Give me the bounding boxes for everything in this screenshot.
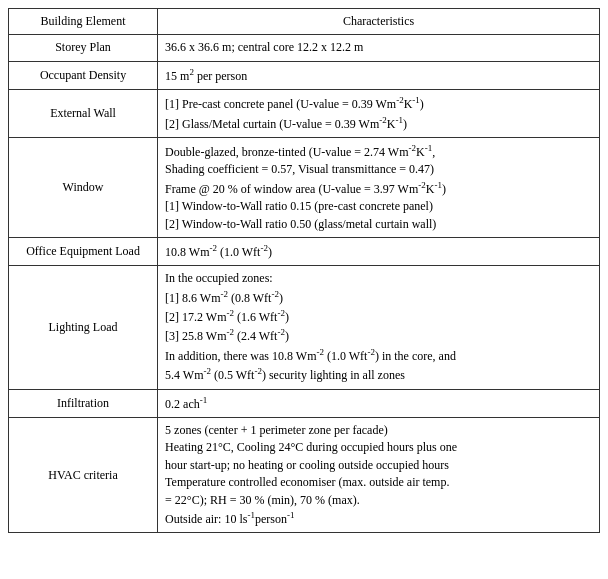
row-value-0: 36.6 x 36.6 m; central core 12.2 x 12.2 … <box>158 35 600 61</box>
row-value-2: [1] Pre-cast concrete panel (U-value = 0… <box>158 90 600 138</box>
table-row: WindowDouble-glazed, bronze-tinted (U-va… <box>9 137 600 237</box>
row-value-1: 15 m2 per person <box>158 61 600 89</box>
row-label-0: Storey Plan <box>9 35 158 61</box>
row-value-5: In the occupied zones:[1] 8.6 Wm-2 (0.8 … <box>158 266 600 389</box>
row-label-2: External Wall <box>9 90 158 138</box>
characteristics-table: Building Element Characteristics Storey … <box>8 8 600 533</box>
table-row: Office Equipment Load10.8 Wm-2 (1.0 Wft-… <box>9 237 600 265</box>
row-label-4: Office Equipment Load <box>9 237 158 265</box>
row-label-3: Window <box>9 137 158 237</box>
row-label-5: Lighting Load <box>9 266 158 389</box>
table-row: External Wall[1] Pre-cast concrete panel… <box>9 90 600 138</box>
table-row: Storey Plan36.6 x 36.6 m; central core 1… <box>9 35 600 61</box>
col-header-characteristics: Characteristics <box>158 9 600 35</box>
row-value-4: 10.8 Wm-2 (1.0 Wft-2) <box>158 237 600 265</box>
row-value-6: 0.2 ach-1 <box>158 389 600 417</box>
row-label-7: HVAC criteria <box>9 418 158 533</box>
table-row: HVAC criteria5 zones (center + 1 perimet… <box>9 418 600 533</box>
table-row: Infiltration0.2 ach-1 <box>9 389 600 417</box>
row-value-7: 5 zones (center + 1 perimeter zone per f… <box>158 418 600 533</box>
row-label-6: Infiltration <box>9 389 158 417</box>
row-label-1: Occupant Density <box>9 61 158 89</box>
table-row: Lighting LoadIn the occupied zones:[1] 8… <box>9 266 600 389</box>
table-row: Occupant Density15 m2 per person <box>9 61 600 89</box>
row-value-3: Double-glazed, bronze-tinted (U-value = … <box>158 137 600 237</box>
col-header-building-element: Building Element <box>9 9 158 35</box>
